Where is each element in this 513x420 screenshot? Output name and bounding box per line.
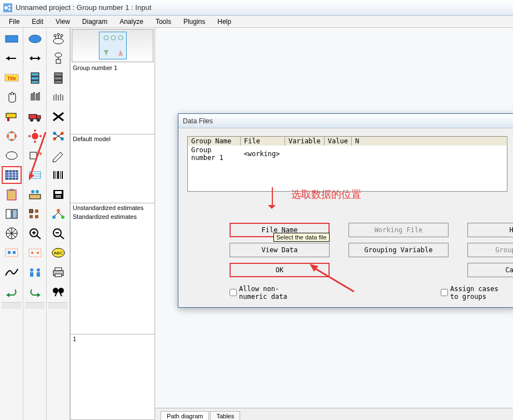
help-button[interactable]: Help [467,223,513,237]
zoom-in-tool[interactable] [25,224,45,242]
col-n[interactable]: N [351,137,507,146]
table-group-tool[interactable] [25,186,45,203]
paint-tool[interactable] [2,108,22,126]
abc-tool[interactable]: ABC [48,244,68,262]
server-rack-tool[interactable] [48,69,68,87]
ok-button[interactable]: OK [230,263,330,277]
grouping-variable-button[interactable]: Grouping Variable [348,243,449,257]
latent-tool[interactable] [48,30,68,48]
unstd-estimates-item[interactable]: Unstandardized estimates [71,203,155,212]
svg-rect-26 [12,209,17,218]
arrow-left-tool[interactable] [2,49,22,67]
range-tool[interactable] [25,244,45,262]
undo-tool[interactable] [2,283,22,301]
menu-analyze[interactable]: Analyze [114,17,149,27]
svg-rect-57 [29,194,41,199]
assign-cases-input[interactable] [441,289,448,296]
tab-tables[interactable]: Tables [210,411,240,420]
arrow-both-tool[interactable] [25,49,45,67]
assign-cases-checkbox[interactable]: Assign cases to groups [441,285,507,301]
rectangle-tool[interactable] [2,30,22,48]
toolbar-col-2 [23,28,47,420]
view-data-button[interactable]: View Data [230,243,330,257]
group-item[interactable]: Group number 1 [71,63,155,72]
ellipse-small-tool[interactable] [2,147,22,164]
app-icon [3,3,12,12]
svg-point-1 [8,5,11,7]
hand-pair-tool[interactable] [25,88,45,106]
model-item[interactable]: Default model [71,134,155,143]
menu-view[interactable]: View [50,17,76,27]
col-variable[interactable]: Variable [285,137,325,146]
pencil-tool[interactable] [48,147,68,164]
rotate-tool[interactable] [2,127,22,145]
svg-rect-9 [7,118,9,121]
col-value[interactable]: Value [324,137,351,146]
table-row[interactable]: Group number 1 <working> [188,146,507,162]
title-bar: Unnamed project : Group number 1 : Input [0,0,513,16]
svg-rect-25 [6,209,11,218]
barcode-tool[interactable] [48,166,68,184]
svg-rect-100 [60,171,61,179]
allow-nonnumeric-checkbox[interactable]: Allow non-numeric data [230,285,296,301]
svg-rect-101 [62,171,63,179]
connector-tool[interactable] [48,127,68,145]
cell-file: <working> [241,146,507,162]
menu-tools[interactable]: Tools [150,17,177,27]
svg-rect-62 [29,215,33,218]
properties-tool[interactable] [2,205,22,223]
allow-nonnumeric-input[interactable] [230,289,237,296]
search-tool[interactable] [48,283,68,301]
menu-diagram[interactable]: Diagram [77,17,113,27]
data-table-tool[interactable] [2,166,22,184]
zoom-out-tool[interactable] [48,224,68,242]
sun-tool[interactable] [25,127,45,145]
data-files-dialog: Data Files Group Name File Variable Valu… [178,113,513,308]
network-tool[interactable] [48,205,68,223]
hand-triple-tool[interactable] [48,88,68,106]
hand-tool[interactable] [2,88,22,106]
svg-rect-73 [30,272,33,277]
preview-panel[interactable] [72,29,153,62]
boxes-tool[interactable] [25,205,45,223]
server-tool[interactable] [25,69,45,87]
menu-edit[interactable]: Edit [26,17,49,27]
delete-tool[interactable] [48,108,68,126]
grid-tool[interactable] [2,224,22,242]
svg-rect-98 [56,171,56,179]
svg-point-118 [53,288,58,293]
menu-plugins[interactable]: Plugins [178,17,211,27]
svg-marker-38 [29,56,32,61]
redo-tool[interactable] [25,283,45,301]
col-group[interactable]: Group Name [188,137,241,146]
truck-tool[interactable] [25,108,45,126]
data-files-table[interactable]: Group Name File Variable Value N Group n… [187,136,507,192]
col-file[interactable]: File [241,137,285,146]
select-all-tool[interactable] [2,244,22,262]
cancel-button[interactable]: Cancel [467,263,513,277]
svg-rect-23 [7,190,16,200]
indicator-tool[interactable] [48,49,68,67]
menu-file[interactable]: File [3,17,25,27]
clipboard-tool[interactable] [2,186,22,203]
svg-rect-88 [54,81,62,83]
dialog-title-bar[interactable]: Data Files [178,114,513,128]
menu-help[interactable]: Help [212,17,237,27]
print-tool[interactable] [48,263,68,281]
rotate-diagram-tool[interactable] [25,147,45,164]
curve-tool[interactable] [2,263,22,281]
table-small-tool[interactable] [25,166,45,184]
svg-point-69 [31,252,33,254]
people-tool[interactable] [25,263,45,281]
title-tool[interactable]: Title [2,69,22,87]
working-file-button[interactable]: Working File [348,223,449,237]
save-tool[interactable] [48,186,68,203]
annotation-label: 选取数据的位置 [291,188,361,201]
std-estimates-item[interactable]: Standardized estimates [71,212,155,221]
svg-rect-3 [6,36,18,42]
ellipse-tool[interactable] [25,30,45,48]
tab-path-diagram[interactable]: Path diagram [161,411,209,420]
svg-rect-40 [31,73,39,76]
svg-marker-126 [104,50,108,56]
group-value-button[interactable]: Group Value [467,243,513,257]
